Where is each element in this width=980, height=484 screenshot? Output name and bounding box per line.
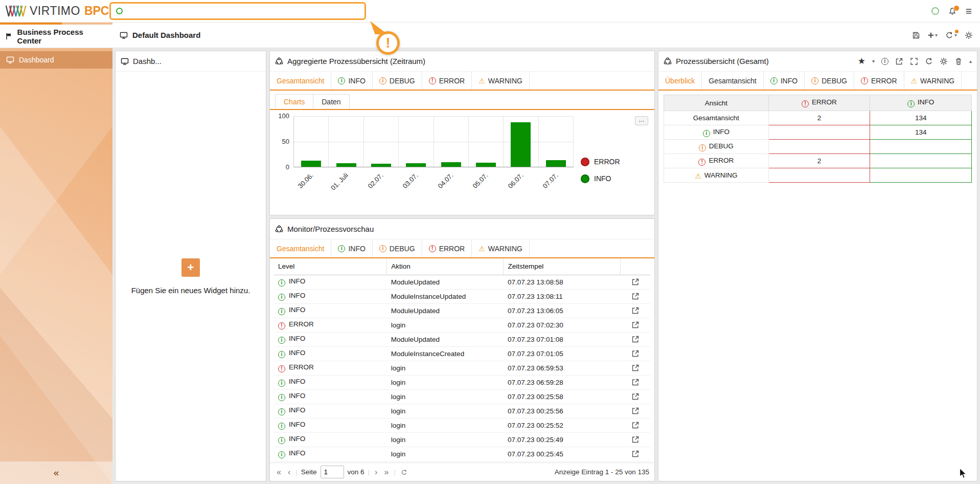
open-entry-icon[interactable]	[631, 407, 640, 414]
open-entry-icon[interactable]	[631, 450, 640, 457]
monitor-row[interactable]: iINFOlogin07.07.23 00:25:56	[274, 404, 650, 418]
legend-item-error[interactable]: ERROR	[581, 158, 648, 166]
overview-row[interactable]: iINFO134	[664, 125, 972, 140]
monitor-row[interactable]: !ERRORlogin07.07.23 07:02:30	[274, 318, 650, 332]
tab-error[interactable]: !ERROR	[854, 72, 904, 90]
monitor-row[interactable]: iINFOlogin07.07.23 06:59:28	[274, 375, 650, 389]
monitor-row[interactable]: iINFOlogin07.07.23 00:25:58	[274, 389, 650, 404]
tab-ueberblick[interactable]: Überblick	[658, 72, 702, 90]
notifications-button[interactable]	[948, 7, 956, 15]
menu-icon[interactable]: ≡	[966, 5, 972, 17]
subtab-charts[interactable]: Charts	[275, 94, 313, 109]
app-title-bar: Business Process Center	[0, 25, 112, 48]
monitor-row[interactable]: iINFOModuleUpdated07.07.23 13:06:05	[274, 303, 650, 318]
column-header-zeitstempel[interactable]: Zeitstempel	[504, 258, 620, 275]
topbar-actions: ≡	[931, 5, 980, 17]
save-dashboard-icon[interactable]	[912, 31, 920, 39]
next-page-icon[interactable]: ›	[373, 468, 379, 476]
open-entry-icon[interactable]	[631, 364, 640, 371]
global-search[interactable]	[109, 2, 366, 20]
column-header-aktion[interactable]: Aktion	[387, 258, 504, 275]
chart-menu-button[interactable]: ...	[635, 116, 648, 125]
refresh-table-icon[interactable]	[399, 468, 409, 476]
tab-info[interactable]: iINFO	[764, 72, 805, 90]
status-icon[interactable]	[931, 7, 939, 15]
tab-info[interactable]: iINFO	[331, 72, 372, 90]
info-icon[interactable]: i	[881, 58, 888, 65]
settings-icon[interactable]	[940, 57, 948, 65]
overview-row[interactable]: iDEBUG	[664, 140, 972, 154]
product-name: BPC	[84, 4, 109, 18]
overview-row[interactable]: !ERROR2	[664, 154, 972, 168]
tab-debug[interactable]: iDEBUG	[805, 72, 854, 90]
add-widget-button[interactable]: +	[181, 258, 200, 277]
add-widget-button[interactable]: +▾	[928, 30, 938, 40]
monitor-row[interactable]: iINFOModuleUpdated07.07.23 07:01:08	[274, 332, 650, 346]
chart-bar-info[interactable]	[476, 163, 496, 167]
open-entry-icon[interactable]	[631, 392, 640, 400]
tab-gesamtansicht[interactable]: Gesamtansicht	[702, 72, 763, 90]
legend-item-info[interactable]: INFO	[581, 174, 648, 183]
open-entry-icon[interactable]	[631, 292, 640, 300]
refresh-icon[interactable]	[925, 57, 933, 65]
chart-bar-info[interactable]	[371, 164, 391, 167]
monitor-row[interactable]: iINFOModuleUpdated07.07.23 13:08:58	[274, 275, 650, 289]
subtab-daten[interactable]: Daten	[313, 94, 349, 109]
monitor-row[interactable]: iINFOlogin07.07.23 00:25:52	[274, 418, 650, 432]
divider: |	[368, 468, 370, 476]
overview-row[interactable]: Gesamtansicht2134	[664, 111, 972, 125]
previous-page-icon[interactable]: ‹	[286, 468, 292, 476]
chart-bar-info[interactable]	[301, 161, 321, 167]
virtimo-logo-icon	[5, 5, 28, 18]
open-window-icon[interactable]	[895, 57, 903, 65]
chart-bar-info[interactable]	[336, 163, 356, 167]
favorite-icon[interactable]: ★	[858, 57, 865, 65]
tab-error[interactable]: !ERROR	[422, 72, 472, 90]
monitor-row[interactable]: !ERRORlogin07.07.23 06:59:53	[274, 361, 650, 375]
chart-bar-info[interactable]	[406, 163, 426, 167]
open-entry-icon[interactable]	[631, 335, 640, 343]
tab-gesamtansicht[interactable]: Gesamtansicht	[270, 72, 331, 90]
open-entry-icon[interactable]	[631, 278, 640, 285]
open-entry-icon[interactable]	[631, 378, 640, 386]
tab-error[interactable]: !ERROR	[422, 239, 472, 257]
chart-x-label: 03.07.	[399, 167, 434, 201]
sidebar-collapse-button[interactable]: «	[0, 461, 112, 484]
last-page-icon[interactable]: »	[382, 468, 390, 476]
collapse-panel-icon[interactable]: ▴	[969, 58, 972, 64]
tab-warning[interactable]: ⚠WARNING	[904, 72, 962, 90]
expand-icon[interactable]	[910, 57, 918, 65]
tab-info[interactable]: iINFO	[331, 239, 372, 257]
tab-debug[interactable]: iDEBUG	[373, 239, 422, 257]
sidebar-item-dashboard[interactable]: Dashboard	[0, 51, 112, 69]
page-of-label: von 6	[348, 468, 364, 476]
chevron-down-icon[interactable]: ▾	[872, 58, 875, 64]
first-page-icon[interactable]: «	[275, 468, 283, 476]
monitor-row[interactable]: iINFOlogin07.07.23 00:25:45	[274, 447, 650, 461]
chart-column	[399, 116, 434, 167]
tab-warning[interactable]: ⚠WARNING	[472, 239, 530, 257]
column-header-level[interactable]: Level	[274, 258, 387, 275]
monitor-row[interactable]: iINFOModuleInstanceUpdated07.07.23 13:08…	[274, 289, 650, 303]
open-entry-icon[interactable]	[631, 349, 640, 357]
delete-icon[interactable]	[954, 57, 963, 65]
tab-warning[interactable]: ⚠WARNING	[472, 72, 530, 90]
open-entry-icon[interactable]	[631, 421, 640, 429]
overview-row[interactable]: ⚠WARNING	[664, 168, 972, 183]
open-entry-icon[interactable]	[631, 306, 640, 314]
open-entry-icon[interactable]	[631, 435, 640, 443]
tab-debug[interactable]: iDEBUG	[373, 72, 422, 90]
chart-bar-info[interactable]	[511, 122, 531, 167]
sidebar: Business Process Center Dashboard «	[0, 23, 112, 484]
monitor-row[interactable]: iINFOlogin07.07.23 00:25:49	[274, 432, 650, 447]
chart-bar-info[interactable]	[441, 162, 461, 167]
refresh-dashboard-button[interactable]: ▾	[945, 31, 957, 39]
search-input[interactable]	[127, 5, 359, 17]
open-entry-icon[interactable]	[631, 321, 640, 328]
chart-plot	[293, 116, 574, 167]
chart-bar-info[interactable]	[546, 160, 566, 167]
tab-gesamtansicht[interactable]: Gesamtansicht	[270, 239, 331, 257]
page-input[interactable]	[321, 466, 344, 478]
monitor-row[interactable]: iINFOModuleInstanceCreated07.07.23 07:01…	[274, 346, 650, 361]
dashboard-settings-icon[interactable]	[965, 31, 973, 39]
